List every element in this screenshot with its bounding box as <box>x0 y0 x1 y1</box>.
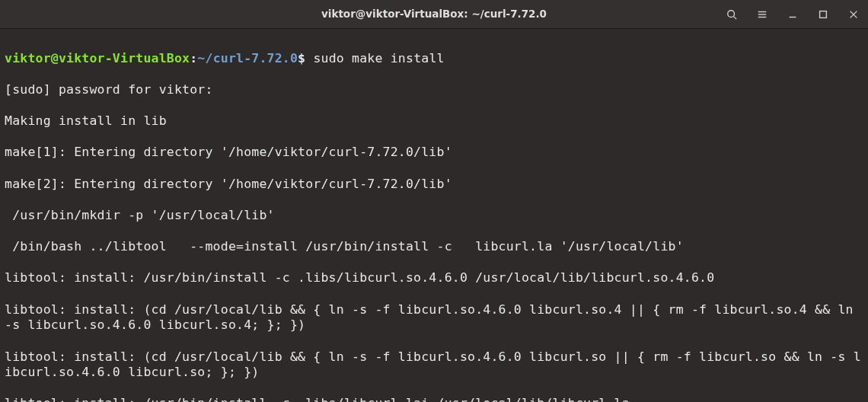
prompt-user-host: viktor@viktor-VirtualBox <box>5 51 190 65</box>
prompt-colon: : <box>190 51 197 65</box>
output-line: libtool: install: /usr/bin/install -c .l… <box>5 396 863 402</box>
menu-icon[interactable] <box>754 6 771 23</box>
svg-rect-6 <box>820 11 827 18</box>
search-icon[interactable] <box>723 6 740 23</box>
output-line: Making install in lib <box>5 113 863 129</box>
svg-line-1 <box>734 16 737 19</box>
output-line: libtool: install: (cd /usr/local/lib && … <box>5 349 863 381</box>
maximize-icon[interactable] <box>815 6 831 23</box>
prompt-symbol: $ <box>298 51 305 65</box>
minimize-icon[interactable] <box>784 6 801 23</box>
terminal-output[interactable]: viktor@viktor-VirtualBox:~/curl-7.72.0$ … <box>0 29 868 402</box>
window-titlebar: viktor@viktor-VirtualBox: ~/curl-7.72.0 <box>0 0 868 29</box>
output-line: libtool: install: (cd /usr/local/lib && … <box>5 302 863 333</box>
svg-point-0 <box>728 10 735 17</box>
output-line: [sudo] password for viktor: <box>5 82 863 98</box>
output-line: libtool: install: /usr/bin/install -c .l… <box>5 270 863 286</box>
output-line: make[2]: Entering directory '/home/vikto… <box>5 177 863 193</box>
command-text: sudo make install <box>313 51 444 65</box>
close-icon[interactable] <box>845 6 862 23</box>
output-line: /usr/bin/mkdir -p '/usr/local/lib' <box>5 208 863 224</box>
window-controls <box>723 6 862 23</box>
output-line: /bin/bash ../libtool --mode=install /usr… <box>5 239 863 255</box>
output-line: make[1]: Entering directory '/home/vikto… <box>5 145 863 161</box>
prompt-line: viktor@viktor-VirtualBox:~/curl-7.72.0$ … <box>5 51 863 67</box>
prompt-path: ~/curl-7.72.0 <box>197 51 298 65</box>
